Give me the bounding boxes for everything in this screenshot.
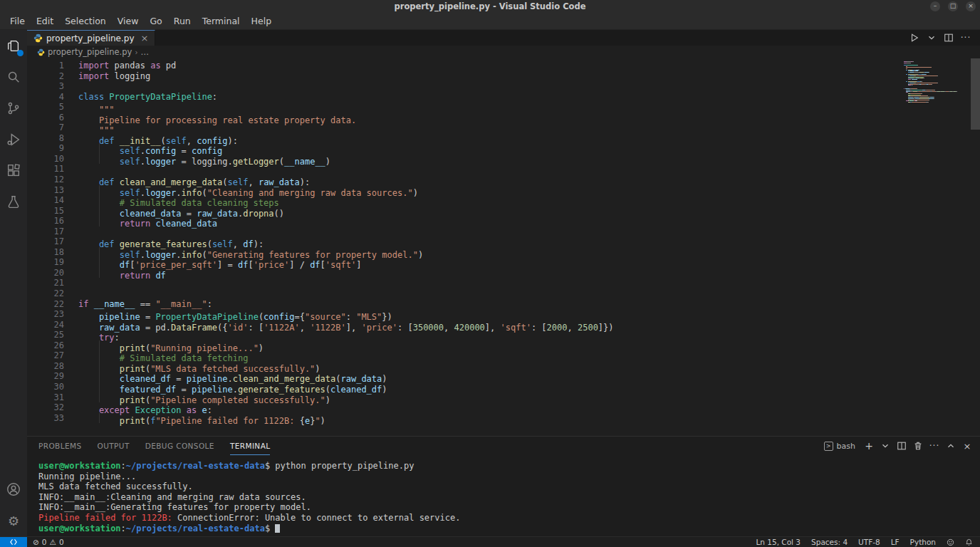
activity-bar: ⚙	[0, 30, 27, 536]
line-number: 5	[27, 102, 64, 113]
code-line: 22	[27, 288, 980, 299]
indentation[interactable]: Spaces: 4	[811, 538, 848, 546]
breadcrumb-separator-icon: ›	[135, 48, 137, 56]
terminal-line: MLS data fetched successfully.	[38, 481, 980, 492]
testing-icon[interactable]	[0, 187, 27, 218]
more-actions-icon[interactable]: ···	[959, 31, 973, 45]
tab-property-pipeline[interactable]: property_pipeline.py ×	[27, 30, 155, 46]
remote-indicator[interactable]	[0, 537, 27, 547]
line-number: 25	[27, 330, 64, 340]
feedback-icon[interactable]	[947, 538, 954, 546]
code-line: 23pipeline = PropertyDataPipeline(config…	[27, 309, 980, 320]
maximize-button[interactable]: □	[948, 1, 958, 11]
menu-go[interactable]: Go	[144, 13, 167, 29]
panel-actions: > bash +	[824, 439, 974, 453]
line-number: 31	[27, 392, 64, 403]
code-line: 27# Simulated data fetching	[27, 350, 980, 361]
line-number: 14	[27, 195, 64, 206]
terminal[interactable]: user@workstation:~/projects/real-estate-…	[27, 455, 980, 536]
line-number: 29	[27, 371, 64, 382]
new-terminal-icon[interactable]: +	[862, 439, 876, 453]
panel-tab-terminal[interactable]: TERMINAL	[230, 437, 271, 455]
notifications-bell-icon[interactable]	[965, 538, 973, 546]
menu-selection[interactable]: Selection	[59, 13, 112, 29]
line-number: 11	[27, 164, 64, 174]
panel-tab-problems[interactable]: PROBLEMS	[38, 437, 82, 455]
menu-help[interactable]: Help	[246, 13, 278, 29]
code-line: 28print("MLS data fetched successfully."…	[27, 361, 980, 372]
line-number: 3	[27, 81, 64, 92]
line-number: 24	[27, 320, 64, 330]
settings-gear-icon[interactable]: ⚙	[0, 505, 27, 536]
run-dropdown-chevron-icon[interactable]	[924, 31, 939, 45]
run-debug-icon[interactable]	[0, 124, 27, 155]
split-editor-icon[interactable]	[942, 31, 956, 45]
run-python-button[interactable]	[907, 31, 922, 45]
breadcrumb-file[interactable]: property_pipeline.py	[48, 47, 132, 57]
line-number: 28	[27, 361, 64, 372]
line-number: 6	[27, 113, 64, 123]
eol-sequence[interactable]: LF	[891, 538, 900, 546]
code-editor[interactable]: 1import pandas as pd2import logging34cla…	[27, 58, 980, 436]
terminal-line: Running pipeline...	[38, 472, 980, 482]
line-number: 17	[27, 236, 64, 247]
code-line: 33print(f"Pipeline failed for 1122B: {e}…	[27, 413, 980, 424]
bottom-panel: PROBLEMSOUTPUTDEBUG CONSOLETERMINAL > ba…	[27, 436, 980, 536]
kill-terminal-trash-icon[interactable]	[911, 439, 925, 453]
panel-tab-output[interactable]: OUTPUT	[98, 437, 130, 455]
line-number: 18	[27, 247, 64, 258]
panel-tab-debug-console[interactable]: DEBUG CONSOLE	[145, 437, 214, 455]
code-line: 3	[27, 81, 980, 92]
minimize-button[interactable]: –	[930, 1, 940, 11]
breadcrumb[interactable]: property_pipeline.py › …	[27, 46, 980, 58]
panel-more-icon[interactable]: ···	[927, 439, 942, 453]
account-icon[interactable]	[0, 474, 27, 505]
code-line: 9self.config = config	[27, 143, 980, 154]
code-area: 1import pandas as pd2import logging34cla…	[27, 61, 980, 423]
split-terminal-icon[interactable]	[895, 439, 909, 453]
code-line: 21	[27, 278, 980, 288]
line-number: 12	[27, 174, 64, 185]
menu-view[interactable]: View	[112, 13, 145, 29]
menu-file[interactable]: File	[4, 13, 31, 29]
minimap[interactable]	[904, 61, 969, 103]
menu-bar: FileEditSelectionViewGoRunTerminalHelp	[0, 13, 980, 30]
line-number: 7	[27, 123, 64, 133]
terminal-line: user@workstation:~/projects/real-estate-…	[38, 461, 980, 472]
close-button[interactable]: ×	[966, 1, 976, 11]
terminal-dropdown-chevron-icon[interactable]	[878, 439, 892, 453]
code-line: 17def generate_features(self, df):	[27, 236, 980, 247]
line-number: 8	[27, 133, 64, 144]
extensions-icon[interactable]	[0, 155, 27, 187]
title-bar: property_pipeline.py - Visual Studio Cod…	[0, 0, 980, 13]
search-icon[interactable]	[0, 61, 27, 93]
maximize-panel-chevron-icon[interactable]	[944, 439, 958, 453]
explorer-icon[interactable]	[0, 30, 27, 61]
code-line: 31print("Pipeline completed successfully…	[27, 392, 980, 403]
editor-column: property_pipeline.py × ···	[27, 30, 980, 536]
code-line: 4class PropertyDataPipeline:	[27, 92, 980, 103]
menu-run[interactable]: Run	[168, 13, 197, 29]
menu-terminal[interactable]: Terminal	[197, 13, 246, 29]
code-line: 30featured_df = pipeline.generate_featur…	[27, 382, 980, 392]
window-controls: – □ ×	[930, 1, 976, 11]
shell-label: bash	[837, 442, 855, 451]
code-line: 13self.logger.info("Cleaning and merging…	[27, 185, 980, 196]
error-icon: ⊘	[33, 538, 39, 546]
line-number: 27	[27, 350, 64, 361]
cursor-position[interactable]: Ln 15, Col 3	[756, 538, 801, 546]
menu-edit[interactable]: Edit	[31, 13, 59, 29]
close-panel-icon[interactable]: ×	[960, 439, 974, 453]
error-count: 0	[42, 538, 47, 546]
terminal-prompt-icon: >	[824, 442, 833, 451]
source-control-icon[interactable]	[0, 93, 27, 124]
breadcrumb-more[interactable]: …	[140, 47, 149, 57]
problems-status[interactable]: ⊘ 0 ⚠ 0	[27, 538, 64, 546]
tab-close-icon[interactable]: ×	[141, 33, 149, 43]
shell-picker[interactable]: > bash	[824, 442, 855, 451]
main-area: ⚙ property_pipeline.py ×	[0, 30, 980, 536]
editor-scrollbar[interactable]	[971, 58, 980, 130]
line-number: 19	[27, 257, 64, 268]
language-mode[interactable]: Python	[910, 538, 936, 546]
encoding[interactable]: UTF-8	[858, 538, 880, 546]
